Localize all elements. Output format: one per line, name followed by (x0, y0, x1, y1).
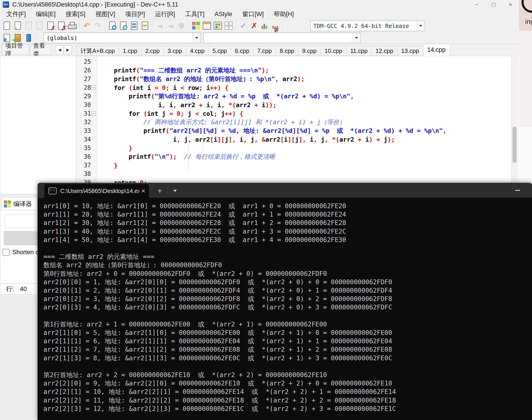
run-button[interactable] (202, 20, 212, 31)
syntax-check-button[interactable]: ✓ (238, 20, 248, 31)
file-tab-5-cpp[interactable]: 5.cpp (209, 46, 231, 56)
goto-definition-button[interactable] (1, 33, 12, 43)
terminal-window: C:\ C:\Users\45865\Desktop\14.ex × + arr… (37, 183, 532, 420)
editor-scrollbar[interactable] (511, 56, 518, 183)
editor-line-37: 37 } (76, 161, 519, 170)
fold-marker[interactable]: - (91, 85, 96, 90)
terminal-minimize-button[interactable] (515, 190, 520, 191)
menu-item-5[interactable]: 运行[R] (150, 10, 180, 18)
fold-column (93, 161, 99, 170)
toolbar-group-0 (1, 20, 78, 31)
abort-compile-button[interactable]: ✗ (249, 20, 259, 31)
compiler-select[interactable]: TDM-GCC 4.9.2 64-bit Release (310, 21, 425, 31)
rebuild-all-button[interactable] (224, 20, 234, 31)
editor-line-25: 25 (76, 58, 519, 66)
terminal-line: arr2[2][0] = 9, 地址: &arr2[2][0] = 000000… (43, 379, 532, 388)
file-tab-13-cpp[interactable]: 13.cpp (397, 46, 423, 56)
replace-icon (129, 21, 139, 30)
file-tab-1-cpp[interactable]: 1.cpp (119, 46, 141, 56)
line-number: 28 (76, 84, 93, 91)
chevron-down-icon[interactable] (352, 33, 361, 43)
editor-line-28: 28- for (int i = 0; i < row; i++) { (76, 83, 519, 92)
file-tab-2-cpp[interactable]: 2.cpp (141, 46, 164, 56)
print-button[interactable] (67, 20, 78, 31)
terminal-line: arr2[0][2] = 3, 地址: &arr2[0][2] = 000000… (43, 295, 532, 303)
terminal-line: arr2[0][0] = 1, 地址: &arr2[0][0] = 000000… (43, 278, 532, 286)
run-icon (202, 21, 212, 30)
add-to-project-button[interactable] (13, 33, 23, 43)
tab-dropdown-button[interactable] (170, 185, 180, 196)
tab-project-manager[interactable]: 项目管理 (2, 45, 29, 55)
file-tab-12-cpp[interactable]: 12.cpp (372, 46, 397, 56)
tab-class-viewer[interactable]: 查看类 (30, 45, 51, 55)
line-number: 32 (76, 119, 93, 126)
profile-button[interactable] (260, 20, 270, 31)
file-tab-6-cpp[interactable]: 6.cpp (231, 46, 254, 56)
file-tab-A-B-cpp[interactable]: 计算A+B.cpp (76, 46, 119, 56)
menu-item-8[interactable]: 窗口[W] (237, 10, 269, 18)
project-manager-panel[interactable] (0, 56, 76, 194)
terminal-tab[interactable]: C:\ C:\Users\45865\Desktop\14.ex × (44, 184, 149, 198)
replace-button[interactable] (129, 20, 139, 31)
minimize-button[interactable]: − (468, 0, 485, 9)
menu-item-2[interactable]: 搜索[S] (61, 10, 91, 18)
goto-line-button[interactable] (140, 20, 150, 31)
fold-column (93, 118, 99, 126)
code-text: } (99, 145, 132, 152)
compile-run-button[interactable] (212, 20, 223, 31)
close-all-button[interactable] (56, 20, 67, 31)
menu-item-0[interactable]: 文件[F] (1, 10, 31, 18)
file-tab-14-cpp[interactable]: 14.cpp (423, 44, 450, 56)
class-browser-select[interactable]: (globals) (44, 33, 201, 43)
terminal-output[interactable]: arr1[0] = 10, 地址: &arr1[0] = 00000000006… (37, 198, 532, 420)
menu-item-4[interactable]: 项目[P] (120, 10, 150, 18)
close-file-button[interactable] (45, 20, 56, 31)
open-file-button[interactable] (13, 20, 23, 31)
find-button[interactable] (107, 20, 117, 31)
file-tab-11-cpp[interactable]: 11.cpp (346, 46, 372, 56)
scrollbar-thumb[interactable] (513, 126, 516, 163)
file-tab-4-cpp[interactable]: 4.cpp (186, 46, 209, 56)
tab-compiler-log[interactable]: 编译器 (1, 197, 38, 210)
tab-scroll-right-button[interactable]: ▶ (64, 45, 72, 54)
fold-column (93, 144, 99, 152)
open-file-icon (13, 21, 22, 30)
terminal-tab-close-icon[interactable]: × (141, 187, 145, 195)
maximize-button[interactable]: □ (485, 0, 502, 9)
fold-column (93, 126, 99, 135)
undo-icon: ↶ (82, 21, 92, 30)
line-number: 37 (76, 162, 93, 169)
chevron-down-icon[interactable] (416, 21, 425, 31)
undo-button[interactable]: ↶ (82, 20, 92, 31)
line-number: 34 (76, 136, 93, 143)
terminal-title-bar[interactable]: C:\ C:\Users\45865\Desktop\14.ex × + (37, 183, 532, 198)
new-tab-button[interactable]: + (155, 185, 165, 196)
menu-item-9[interactable]: 帮助[H] (269, 10, 299, 18)
window-controls: − □ × (468, 0, 519, 9)
remove-from-project-button[interactable] (23, 33, 34, 43)
delete-profiling-button[interactable] (271, 20, 281, 31)
checkbox-icon[interactable] (2, 249, 10, 256)
file-tab-9-cpp[interactable]: 9.cpp (298, 46, 321, 56)
menu-item-3[interactable]: 视图[V] (91, 10, 120, 18)
close-button[interactable]: × (502, 0, 519, 9)
file-tab-10-cpp[interactable]: 10.cpp (321, 46, 346, 56)
file-tab-8-cpp[interactable]: 8.cpp (276, 46, 298, 56)
new-source-button[interactable] (1, 20, 12, 31)
chevron-down-icon[interactable] (192, 33, 201, 43)
tab-scroll-left-button[interactable]: ◀ (56, 45, 64, 54)
fold-marker[interactable]: - (91, 111, 96, 116)
member-select[interactable] (204, 33, 361, 43)
shorten-paths-checkbox[interactable]: Shorten co (2, 249, 42, 256)
fold-column (93, 58, 99, 66)
file-tab-7-cpp[interactable]: 7.cpp (254, 46, 276, 56)
terminal-line: === 二维数组 arr2 的元素地址 === (43, 253, 532, 261)
find-in-files-button[interactable] (118, 20, 129, 31)
compile-button[interactable] (191, 20, 201, 31)
editor-line-34: 34 i, j, arr2[i][j], i, j, &arr2[i][j], … (76, 135, 519, 144)
menu-item-7[interactable]: AStyle (210, 11, 237, 18)
file-tab-3-cpp[interactable]: 3.cpp (164, 46, 186, 56)
menu-item-1[interactable]: 编辑[E] (31, 10, 61, 18)
menu-item-6[interactable]: 工具[T] (180, 10, 210, 18)
terminal-line: arr2[1][1] = 6, 地址: &arr2[1][1] = 000000… (43, 337, 532, 345)
